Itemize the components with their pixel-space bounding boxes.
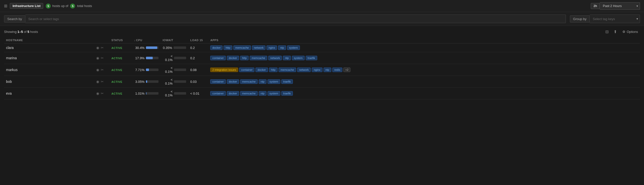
col-header-icons bbox=[94, 37, 109, 43]
tag-docker[interactable]: docker bbox=[210, 45, 223, 50]
cpu-bar-bg bbox=[146, 46, 158, 49]
status-badge: ACTIVE bbox=[111, 57, 122, 60]
apps-cell: containerdockerhttpmemcachenetworkntpsys… bbox=[208, 52, 640, 64]
status-badge: ACTIVE bbox=[111, 92, 122, 95]
iowait-bar-bg bbox=[174, 92, 186, 95]
time-selector[interactable]: Past 1 Hour Past 2 Hours Past 4 Hours Pa… bbox=[600, 2, 640, 10]
tag-ntp[interactable]: ntp bbox=[259, 79, 266, 84]
status-cell: ACTIVE bbox=[109, 76, 132, 88]
tag-nginx[interactable]: nginx bbox=[312, 68, 322, 72]
col-header-iowait[interactable]: IOWAIT bbox=[160, 37, 188, 43]
status-badge: ACTIVE bbox=[111, 46, 122, 49]
table-row[interactable]: markusACTIVE 7.71% < 0.1% 0.082 integrat… bbox=[4, 64, 640, 76]
puppet-icon bbox=[101, 56, 104, 60]
tag-ntp[interactable]: ntp bbox=[259, 91, 266, 96]
export-button[interactable]: ⬆ bbox=[612, 28, 618, 35]
col-header-status[interactable]: STATUS bbox=[109, 37, 132, 43]
cpu-bar-fill bbox=[146, 46, 157, 49]
load15-cell: 0.2 bbox=[188, 52, 208, 64]
cpu-percent: 30.4% bbox=[134, 46, 144, 50]
status-cell: ACTIVE bbox=[109, 43, 132, 52]
iowait-bar-bg bbox=[174, 46, 186, 49]
load15-cell: 0.08 bbox=[188, 64, 208, 76]
tag-container[interactable]: container bbox=[239, 68, 254, 72]
tag-network[interactable]: network bbox=[297, 68, 311, 72]
tag-container[interactable]: container bbox=[210, 56, 226, 60]
iowait-bar-bg bbox=[174, 57, 186, 59]
tag-http[interactable]: http bbox=[269, 68, 278, 72]
tag-http[interactable]: http bbox=[240, 56, 249, 60]
group-by-select[interactable]: Select tag keys bbox=[590, 15, 640, 23]
cpu-percent: 17.9% bbox=[134, 56, 144, 60]
tag-redis[interactable]: redis bbox=[332, 68, 342, 72]
tag-container[interactable]: container bbox=[210, 91, 226, 96]
tag-docker[interactable]: docker bbox=[255, 68, 268, 72]
tag-ntp[interactable]: ntp bbox=[278, 45, 286, 50]
table-row[interactable]: claraACTIVE 30.4% 0.35% 0.2dockerhttpmem… bbox=[4, 43, 640, 52]
cpu-bar-bg bbox=[146, 69, 158, 71]
apps-cell: containerdockermemcachentpsystemtraefik bbox=[208, 76, 640, 88]
icons-cell bbox=[94, 64, 109, 76]
tag-system[interactable]: system bbox=[287, 45, 300, 50]
load15-value: < 0.01 bbox=[190, 92, 199, 95]
load15-value: 0.03 bbox=[190, 80, 196, 84]
col-header-cpu[interactable]: ↓CPU bbox=[132, 37, 160, 43]
keyboard-layout-button[interactable]: ⊟ bbox=[604, 28, 610, 35]
cpu-cell: 1.01% bbox=[132, 88, 160, 99]
tag-memcache[interactable]: memcache bbox=[240, 79, 258, 84]
tag-network[interactable]: network bbox=[268, 56, 282, 60]
tag-memcache[interactable]: memcache bbox=[250, 56, 267, 60]
tag-container[interactable]: container bbox=[210, 79, 226, 84]
tag-docker[interactable]: docker bbox=[227, 79, 239, 84]
group-select-wrap[interactable]: Select tag keys bbox=[590, 15, 640, 23]
tag-system[interactable]: system bbox=[267, 79, 280, 84]
host-icon bbox=[96, 68, 99, 72]
status-cell: ACTIVE bbox=[109, 88, 132, 99]
host-icon bbox=[96, 79, 99, 84]
hostname-text: marina bbox=[6, 56, 17, 60]
table-row[interactable]: evaACTIVE 1.01% < 0.1% < 0.01containerdo… bbox=[4, 88, 640, 99]
time-selector-wrap[interactable]: Past 1 Hour Past 2 Hours Past 4 Hours Pa… bbox=[600, 2, 640, 10]
tag-system[interactable]: system bbox=[267, 91, 280, 96]
showing-text: Showing 1–5 of 5 hosts bbox=[4, 30, 38, 34]
tag-docker[interactable]: docker bbox=[227, 91, 239, 96]
tag-traefik[interactable]: traefik bbox=[281, 79, 293, 84]
tag-network[interactable]: network bbox=[252, 45, 266, 50]
table-row[interactable]: marinaACTIVE 17.9% < 0.1% 0.2containerdo… bbox=[4, 52, 640, 64]
col-header-apps[interactable]: APPS bbox=[208, 37, 640, 43]
col-header-load15[interactable]: LOAD 15 bbox=[188, 37, 208, 43]
more-tags-button[interactable]: +2 bbox=[343, 68, 351, 72]
cpu-cell: 3.05% bbox=[132, 76, 160, 88]
integration-issues-badge[interactable]: 2 integration issues bbox=[210, 68, 238, 72]
table-row[interactable]: bobACTIVE 3.05% < 0.1% 0.03containerdock… bbox=[4, 76, 640, 88]
table-header: HOSTNAME STATUS ↓CPU IOWAIT LOAD 15 APPS bbox=[4, 37, 640, 43]
col-header-hostname[interactable]: HOSTNAME bbox=[4, 37, 94, 43]
status-badge: ACTIVE bbox=[111, 69, 122, 72]
page-title: Infrastructure List bbox=[10, 3, 43, 9]
tag-ntp[interactable]: ntp bbox=[283, 56, 291, 60]
puppet-icon bbox=[101, 79, 104, 84]
cpu-percent: 1.01% bbox=[134, 92, 144, 95]
tag-memcache[interactable]: memcache bbox=[233, 45, 251, 50]
options-button[interactable]: ⚙ Options bbox=[620, 29, 640, 35]
hostname-cell: eva bbox=[4, 88, 94, 99]
tag-traefik[interactable]: traefik bbox=[306, 56, 317, 60]
search-bar: Search by Group by Select tag keys bbox=[0, 12, 644, 26]
cpu-bar-bg bbox=[146, 92, 158, 95]
cpu-bar-bg bbox=[146, 80, 158, 83]
tag-nginx[interactable]: nginx bbox=[266, 45, 277, 50]
tag-system[interactable]: system bbox=[292, 56, 305, 60]
tag-traefik[interactable]: traefik bbox=[281, 91, 293, 96]
tag-memcache[interactable]: memcache bbox=[240, 91, 258, 96]
tag-memcache[interactable]: memcache bbox=[279, 68, 296, 72]
status-badge: ACTIVE bbox=[111, 80, 122, 83]
tag-docker[interactable]: docker bbox=[227, 56, 239, 60]
load15-cell: 0.03 bbox=[188, 76, 208, 88]
icons-cell bbox=[94, 43, 109, 52]
tag-http[interactable]: http bbox=[224, 45, 232, 50]
apps-cell: dockerhttpmemcachenetworknginxntpsystem bbox=[208, 43, 640, 52]
tag-ntp[interactable]: ntp bbox=[324, 68, 331, 72]
total-hosts-badge: 5 bbox=[70, 4, 75, 9]
host-icon bbox=[96, 45, 99, 50]
search-input[interactable] bbox=[25, 15, 566, 23]
